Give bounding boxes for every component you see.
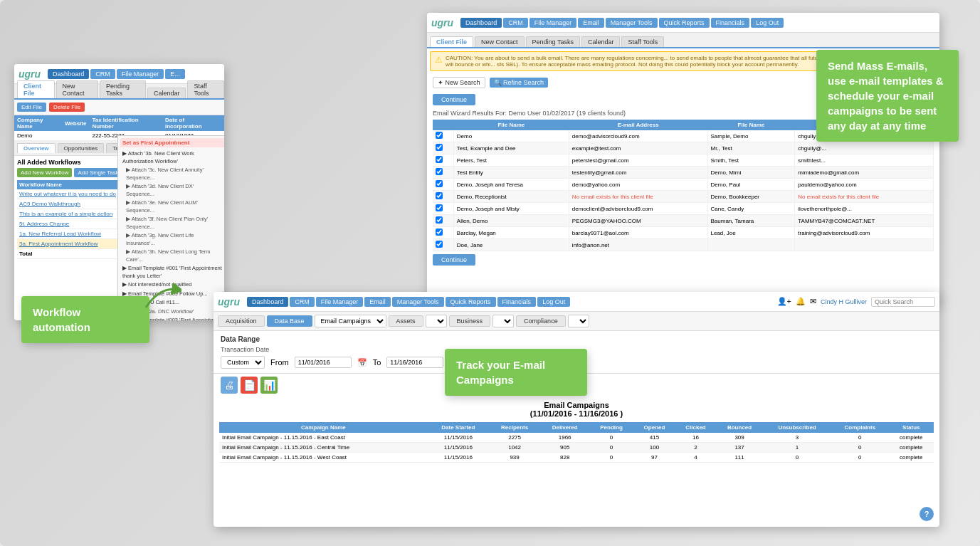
camp-dropdown-database[interactable]: Email Campaigns (315, 315, 386, 327)
date-type-select[interactable]: Custom (221, 356, 265, 369)
add-task-button[interactable]: Add Single Task (74, 168, 122, 177)
new-search-button[interactable]: ✦ New Search (433, 77, 485, 88)
edit-row: Edit File Delete File (14, 100, 224, 115)
to-date-input[interactable] (386, 357, 443, 368)
email-checkbox[interactable] (436, 204, 443, 211)
email-tab-tasks[interactable]: Pending Tasks (526, 36, 580, 47)
callout-email: Send Mass E-mails, use e-mail templates … (816, 50, 959, 142)
nav-crm[interactable]: CRM (90, 69, 115, 79)
edit-file-button[interactable]: Edit File (17, 103, 46, 112)
add-user-icon: 👤+ (777, 297, 791, 306)
from-date-input[interactable] (295, 357, 352, 368)
help-button[interactable]: ? (920, 507, 934, 521)
camp-nav-filemanager[interactable]: File Manager (316, 297, 364, 307)
camp-nav-crm[interactable]: CRM (290, 297, 315, 307)
camp-nav-reports[interactable]: Quick Reports (446, 297, 496, 307)
arrow-workflow-icon (139, 279, 181, 315)
tab-pending-tasks[interactable]: Pending Tasks (100, 80, 146, 98)
col-unsubscribed: Unsubscribed (763, 422, 831, 433)
camp-dropdown-assets[interactable] (426, 315, 447, 327)
from-calendar-icon: 📅 (357, 358, 367, 367)
col-opened: Opened (633, 422, 675, 433)
table-row: Test Entitytestentity@gmail.comDemo, Mim… (433, 167, 934, 179)
email-nav-filemanager[interactable]: File Manager (529, 18, 577, 28)
delete-file-button[interactable]: Delete File (49, 103, 85, 112)
col-bounced: Bounced (716, 422, 763, 433)
workflow-link-3[interactable]: This is an example of a simple action (19, 211, 112, 217)
nav-dashboard[interactable]: Dashboard (48, 69, 89, 79)
workflow-link-6[interactable]: 3a. First Appointment Workflow (19, 241, 98, 247)
add-workflow-button[interactable]: Add New Workflow (17, 168, 72, 177)
email-tab-client[interactable]: Client File (430, 36, 473, 47)
print-icon[interactable]: 🖨 (221, 377, 238, 394)
col-campaign-name: Campaign Name (219, 422, 428, 433)
email-tab-contact[interactable]: New Contact (475, 36, 525, 47)
email-checkbox[interactable] (436, 180, 443, 187)
email-checkbox[interactable] (436, 229, 443, 236)
camp-nav-dashboard[interactable]: Dashboard (247, 297, 288, 307)
table-row: Demo, Joseph and Mistydemoclient@advisor… (433, 203, 934, 215)
workflow-link-1[interactable]: Write out whatever it is you need to do (19, 191, 116, 197)
workflow-link-5[interactable]: 1a. New Referral Lead Workflow (19, 231, 101, 237)
col-file1: File Name (453, 120, 569, 130)
tab-client-file[interactable]: Client File (17, 80, 55, 98)
camp-tab-business[interactable]: Business (449, 315, 491, 327)
table-row: Allen, DemoPEGSMG3@YAHOO.COMBauman, Tama… (433, 215, 934, 227)
wf-step-7: ▶ Attach '3h. New Client Long Term Care'… (120, 248, 224, 264)
email-nav-reports[interactable]: Quick Reports (659, 18, 710, 28)
camp-nav-manager[interactable]: Manager Tools (392, 297, 444, 307)
camp-dropdown-compliance[interactable] (568, 315, 589, 327)
email-checkbox[interactable] (436, 216, 443, 224)
email-nav-email[interactable]: Email (578, 18, 604, 28)
callout-workflow-text: Workflow automation (33, 306, 90, 333)
tab-staff-tools[interactable]: Staff Tools (187, 80, 224, 98)
camp-tab-compliance[interactable]: Compliance (516, 315, 566, 327)
outer-frame: Workflow automation Send Mass E-mails, u… (0, 0, 980, 546)
email-checkbox[interactable] (436, 192, 443, 199)
pdf-icon[interactable]: 📄 (241, 377, 258, 394)
mail-icon: ✉ (810, 297, 816, 306)
ugru-logo: ugru (19, 68, 41, 80)
callout-workflow: Workflow automation (21, 296, 149, 343)
tab-opportunities[interactable]: Opportunities (58, 143, 105, 153)
email-nav-logout[interactable]: Log Out (751, 18, 784, 28)
table-row: Initial Email Campaign - 11.15.2016 - Ea… (219, 433, 934, 443)
nav-email-short[interactable]: E... (165, 69, 185, 79)
camp-tab-acquisition[interactable]: Acquisition (218, 315, 265, 327)
email-checkbox[interactable] (436, 168, 443, 175)
tab-calendar[interactable]: Calendar (147, 88, 186, 98)
email-checkbox[interactable] (436, 241, 443, 248)
nav-filemanager[interactable]: File Manager (117, 69, 164, 79)
email-nav-manager[interactable]: Manager Tools (606, 18, 658, 28)
email-nav-financials[interactable]: Financials (711, 18, 750, 28)
continue-button-bottom[interactable]: Continue (433, 254, 475, 266)
col-website: Website (62, 115, 90, 131)
tab-new-contact[interactable]: New Contact (56, 80, 98, 98)
campaigns-panel: ugru Dashboard CRM File Manager Email Ma… (214, 292, 939, 527)
email-checkbox[interactable] (436, 156, 443, 163)
campaigns-tabs-row: Acquisition Data Base Email Campaigns As… (214, 312, 939, 331)
camp-nav-financials[interactable]: Financials (497, 297, 537, 307)
col-email1: E-mail Address (569, 120, 707, 130)
email-tab-staff[interactable]: Staff Tools (621, 36, 664, 47)
email-checkbox[interactable] (436, 144, 443, 151)
camp-tab-database[interactable]: Data Base (267, 315, 312, 327)
camp-nav-logout[interactable]: Log Out (537, 297, 570, 307)
quick-search-input[interactable] (871, 297, 935, 307)
email-checkbox[interactable] (436, 132, 443, 139)
camp-tab-assets[interactable]: Assets (389, 315, 423, 327)
excel-icon[interactable]: 📊 (260, 377, 278, 394)
tab-overview[interactable]: Overview (17, 143, 56, 153)
workflow-link-2[interactable]: AC9 Demo Walkthrough (19, 201, 80, 207)
email-tab-calendar[interactable]: Calendar (581, 36, 621, 47)
email-nav-dashboard[interactable]: Dashboard (460, 18, 502, 28)
camp-dropdown-business[interactable] (492, 315, 514, 327)
continue-button[interactable]: Continue (433, 94, 475, 105)
email-nav-crm[interactable]: CRM (503, 18, 528, 28)
camp-nav-email[interactable]: Email (364, 297, 391, 307)
workflow-link-4[interactable]: 5t. Address Change (19, 221, 69, 227)
wf-step-4: ▶ Attach '3e. New Client AUM' Sequence..… (120, 199, 224, 215)
refine-search-button[interactable]: 🔍 Refine Search (490, 78, 549, 88)
workflow-subtabs: Client File New Contact Pending Tasks Ca… (14, 84, 224, 100)
user-name: Cindy H Gulliver (821, 298, 867, 305)
